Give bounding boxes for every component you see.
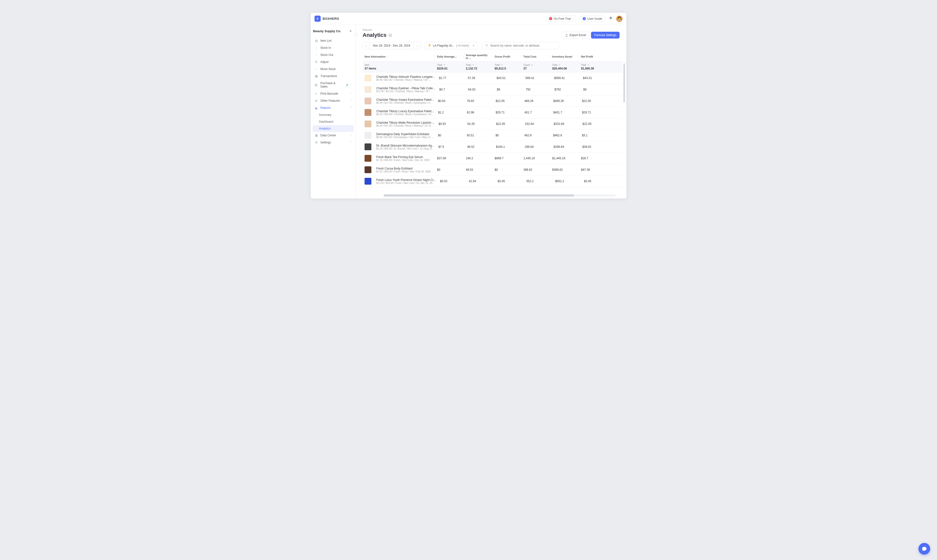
col-asset[interactable]: Inventory Asset xyxy=(550,55,579,58)
export-label: Export Excel xyxy=(570,34,586,37)
scrollbar-thumb[interactable] xyxy=(623,63,625,102)
table-row[interactable]: Charlotte Tilbury Luxury Eyeshadow Palet… xyxy=(362,107,623,118)
h-scrollbar-thumb[interactable] xyxy=(384,194,574,197)
col-net[interactable]: Net Profit xyxy=(579,55,603,58)
item-thumb xyxy=(365,132,371,139)
up-icon: ↑ xyxy=(314,53,318,57)
sidebar-item-up[interactable]: ↑Stock Out xyxy=(313,51,354,58)
location-filter[interactable]: LA Flagship St... (+4 more) ▼ xyxy=(425,42,478,49)
date-range[interactable]: Nov 29, 2024 - Dec 28, 2024 xyxy=(369,42,414,49)
item-meta: $5.94 / $27.99 / Charlotte Tilbury / Eye… xyxy=(376,102,434,104)
export-button[interactable]: Export Excel xyxy=(562,32,589,38)
caret-icon[interactable]: ▼ xyxy=(472,64,474,66)
db-icon: ▦ xyxy=(314,134,318,137)
item-meta: $6.18 / $35.89 / Charlotte Tilbury / Eye… xyxy=(376,113,434,115)
sidebar-item-label: Transactions xyxy=(321,74,337,78)
sidebar-sub-dashboard[interactable]: Dashboard xyxy=(313,118,354,125)
search-field[interactable] xyxy=(482,42,559,49)
sidebar-item-down[interactable]: ↓Stock In xyxy=(313,45,354,51)
sidebar-item-label: Print Barcode xyxy=(321,92,338,95)
sidebar-item-plus[interactable]: ⊕Other Features˅ xyxy=(313,97,354,104)
avatar[interactable]: 🧑‍💼 xyxy=(616,15,623,22)
cell-asset: $462.8 xyxy=(551,134,580,137)
cell-daily: $1.2 xyxy=(436,111,465,114)
table-row[interactable]: Dr. Brandt Skincare Microdermabrasion Ag… xyxy=(362,141,623,153)
svg-point-0 xyxy=(486,45,487,46)
title-actions: Export Excel Formula Settings xyxy=(562,32,620,38)
sidebar-item-barcode[interactable]: ⫿Print Barcode˅ xyxy=(313,90,354,97)
caret-icon[interactable]: ▼ xyxy=(443,64,445,66)
item-thumb xyxy=(365,120,371,127)
guide-pill[interactable]: ? User Guide xyxy=(579,15,606,22)
cell-gross: $3.45 xyxy=(496,180,524,183)
cell-net: $28.7 xyxy=(579,157,603,160)
search-input[interactable] xyxy=(490,44,556,47)
sidebar-sub-summary[interactable]: Summary xyxy=(313,111,354,118)
cell-net: $3.1 xyxy=(580,134,604,137)
cell-qty: 57.39 xyxy=(466,76,495,80)
table-row[interactable]: Dermalogica Daily Superfoliant Exfoliato… xyxy=(362,130,623,141)
col-daily[interactable]: Daily Average... xyxy=(435,55,464,58)
table-row[interactable]: Charlotte Tilbury Instant Eyeshadow Pale… xyxy=(362,95,623,107)
tx-icon: ▦ xyxy=(314,74,318,78)
sidebar-item-db[interactable]: ▦Data Center˅ xyxy=(313,132,354,139)
question-icon: ? xyxy=(583,17,586,20)
cell-qty: 42.94 xyxy=(467,180,495,183)
chart-icon xyxy=(314,106,318,109)
trial-pill[interactable]: ! On Free Trial › xyxy=(546,15,576,22)
sidebar-collapse[interactable]: ‹ xyxy=(354,33,358,37)
sidebar-sub-analytics[interactable]: Analytics xyxy=(313,125,354,132)
col-cost[interactable]: Total Cost xyxy=(521,55,550,58)
item-thumb xyxy=(365,178,371,185)
cart-icon: ▥ xyxy=(314,83,318,86)
table-row[interactable]: Charlotte Tilbury Matte Revolution Lipst… xyxy=(362,118,623,130)
org-selector[interactable]: Beauty Supply Co. ⇅ xyxy=(313,28,354,37)
table-header: Item Information ↑ Daily Average... Aver… xyxy=(362,52,623,62)
caret-icon[interactable]: ▼ xyxy=(531,64,533,66)
sidebar-item-gear[interactable]: ⚙Settings˅ xyxy=(313,139,354,146)
caret-icon[interactable]: ▼ xyxy=(501,64,503,66)
sidebar-item-label: Settings xyxy=(321,141,331,144)
trial-label: On Free Trial xyxy=(554,17,571,20)
formula-button[interactable]: Formula Settings xyxy=(591,32,620,38)
help-icon[interactable]: ? xyxy=(388,34,392,37)
cell-qty: 46.52 xyxy=(465,145,494,149)
table-row[interactable]: Fresh Lotus Youth Preserve Dream Night C… xyxy=(362,175,623,187)
sidebar-item-tx[interactable]: ▦Transactions xyxy=(313,73,354,80)
cell-gross: $889.7 xyxy=(493,157,521,160)
item-meta: $5.94 / $27.99 / Charlotte Tilbury / Mak… xyxy=(376,125,435,127)
logo-icon xyxy=(314,15,321,22)
cell-asset: $296.64 xyxy=(552,145,580,149)
item-meta: $8.90 / $12.00 / Dermalogica / Skin Care… xyxy=(376,136,434,138)
chevron-down-icon: ˅ xyxy=(350,92,351,95)
sidebar-item-cart[interactable]: ▥Purchase & Salesβ˅ xyxy=(313,80,354,90)
cell-gross: $29.71 xyxy=(494,111,522,114)
sidebar-item-chart[interactable]: Reports˄ xyxy=(313,105,354,111)
table-container: Item Information ↑ Daily Average... Aver… xyxy=(356,52,626,198)
cell-cost: 792 xyxy=(524,88,552,91)
body: ‹ Beauty Supply Co. ⇅ ▤Item List↓Stock I… xyxy=(311,25,626,198)
item-name: Fresh Black Tea Firming Eye Serum xyxy=(376,155,433,159)
cell-daily: $7.5 xyxy=(436,145,465,149)
item-meta: $7.19 / $35.89 / Fresh / Skin Care / Dec… xyxy=(376,159,433,162)
date-next[interactable]: › xyxy=(414,42,420,49)
logo[interactable]: BOXHERO xyxy=(314,15,339,22)
date-prev[interactable]: ‹ xyxy=(363,42,369,49)
sidebar-item-move[interactable]: →Move Stock xyxy=(313,66,354,72)
table-row[interactable]: Charlotte Tilbury Airbrush Flawless Long… xyxy=(362,72,623,84)
main: Reports Analytics ? Export Excel Formula… xyxy=(356,25,626,198)
item-meta: $12.00 / $21.00 / Charlotte Tilbury / Ma… xyxy=(376,90,435,93)
cell-asset: $792 xyxy=(552,88,581,91)
table-row[interactable]: Charlotte Tilbury Eyeliner - Pillow Talk… xyxy=(362,84,623,95)
caret-icon[interactable]: ▼ xyxy=(559,64,561,66)
table-row[interactable]: Fresh Black Tea Firming Eye Serum$7.19 /… xyxy=(362,153,623,164)
col-item-info[interactable]: Item Information ↑ xyxy=(362,55,435,58)
col-gross[interactable]: Gross Profit xyxy=(493,55,521,58)
h-scrollbar[interactable] xyxy=(384,194,616,197)
bell-icon[interactable] xyxy=(609,16,613,21)
sidebar-item-adjust[interactable]: ⇅Adjust xyxy=(313,58,354,65)
caret-icon[interactable]: ▼ xyxy=(587,64,589,66)
sidebar-item-list[interactable]: ▤Item List xyxy=(313,37,354,44)
col-avgqty[interactable]: Average quantity in ... xyxy=(464,54,492,60)
table-row[interactable]: Fresh Cocoa Body Exfoliant$7.62 / $55.00… xyxy=(362,164,623,175)
